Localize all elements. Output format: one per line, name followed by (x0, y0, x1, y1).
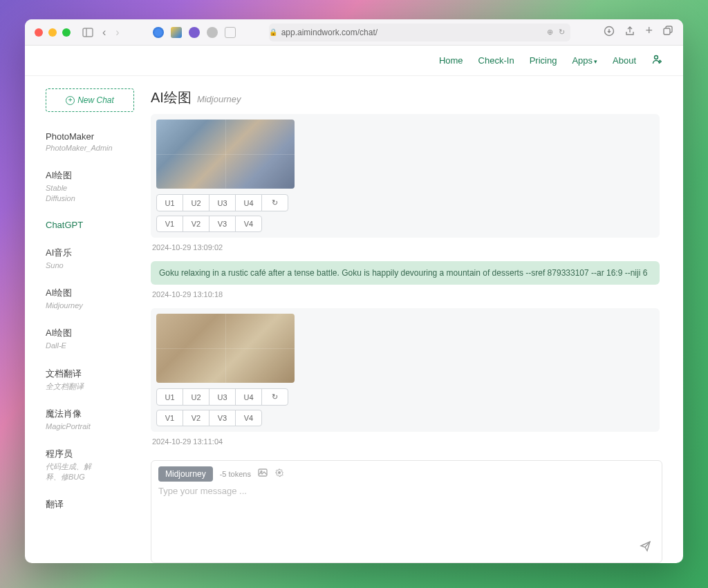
message-timestamp: 2024-10-29 13:11:04 (152, 437, 660, 446)
window-controls (35, 28, 71, 37)
page-title: AI绘图 (151, 88, 192, 107)
plus-icon: + (66, 96, 75, 105)
extension-icon[interactable] (189, 27, 200, 38)
nav-buttons: ‹ › (102, 26, 120, 39)
extension-icons (153, 27, 236, 38)
sidebar-item[interactable]: 翻译 (46, 491, 134, 520)
sidebar-item[interactable]: AI绘图Dall-E (46, 320, 134, 360)
sidebar-item[interactable]: ChatGPT (46, 213, 134, 240)
upscale-button[interactable]: U3 (209, 194, 236, 211)
close-window-button[interactable] (35, 28, 43, 37)
upscale-button[interactable]: U2 (183, 194, 209, 211)
download-icon[interactable] (604, 26, 615, 39)
refresh-button[interactable]: ↻ (261, 388, 288, 406)
sidebar-item-subtitle: PhotoMaker_Admin (46, 143, 134, 153)
address-bar[interactable]: 🔒 app.aimindwork.com/chat/ ⊕ ↻ (269, 23, 571, 41)
upscale-button[interactable]: U3 (209, 388, 236, 406)
sidebar-item-title: ChatGPT (46, 220, 134, 230)
svg-rect-6 (259, 469, 267, 476)
image-icon[interactable] (258, 468, 268, 480)
variation-button[interactable]: V1 (156, 216, 183, 232)
reload-icon[interactable]: ↻ (559, 28, 565, 37)
sidebar-item[interactable]: AI音乐Suno (46, 240, 134, 280)
nav-apps[interactable]: Apps▾ (572, 55, 597, 66)
message-timestamp: 2024-10-29 13:09:02 (152, 243, 660, 252)
svg-point-4 (655, 55, 658, 59)
svg-point-7 (261, 471, 262, 473)
sidebar-item-subtitle: Suno (46, 260, 134, 270)
settings-icon[interactable] (274, 468, 284, 480)
share-icon[interactable] (624, 26, 635, 39)
refresh-button[interactable]: ↻ (261, 194, 288, 211)
upscale-button[interactable]: U1 (156, 194, 183, 211)
sidebar-item-title: 文档翻译 (46, 368, 134, 380)
sidebar-item-title: AI绘图 (46, 327, 134, 339)
sidebar-toggle-icon[interactable] (82, 26, 94, 39)
upscale-button[interactable]: U4 (235, 194, 262, 211)
sidebar-item-subtitle: Midjourney (46, 301, 134, 310)
browser-window: ‹ › 🔒 app.aimindwork.com/chat/ ⊕ ↻ + (25, 19, 683, 563)
chrome-right-controls: + (604, 26, 673, 39)
extension-icon[interactable] (171, 27, 182, 38)
upscale-button[interactable]: U2 (183, 388, 209, 406)
message-scroll-area[interactable]: U1U2U3U4↻V1V2V3V42024-10-29 13:09:02Goku… (151, 114, 662, 455)
extension-icon[interactable] (225, 27, 236, 38)
user-message: Goku relaxing in a rustic café after a t… (151, 261, 660, 285)
sidebar-item[interactable]: PhotoMakerPhotoMaker_Admin (46, 124, 134, 162)
upscale-button[interactable]: U1 (156, 388, 183, 406)
variation-button[interactable]: V2 (183, 216, 209, 232)
model-tag[interactable]: Midjourney (158, 466, 213, 482)
sidebar: + New Chat PhotoMakerPhotoMaker_AdminAI绘… (46, 88, 134, 563)
sidebar-item-subtitle: 代码生成、解 释、修BUG (46, 462, 134, 482)
new-chat-button[interactable]: + New Chat (46, 88, 134, 112)
variation-button[interactable]: V1 (156, 410, 183, 426)
nav-about[interactable]: About (613, 55, 636, 66)
svg-rect-0 (83, 28, 93, 37)
forward-button[interactable]: › (115, 26, 119, 39)
tabs-icon[interactable] (662, 26, 673, 39)
message-input[interactable] (158, 486, 655, 534)
sidebar-item-subtitle: 全文档翻译 (46, 381, 134, 391)
maximize-window-button[interactable] (62, 28, 71, 37)
top-nav: Home Check-In Pricing Apps▾ About (25, 46, 683, 76)
sidebar-item[interactable]: 文档翻译全文档翻译 (46, 361, 134, 401)
sidebar-item-subtitle: Dall-E (46, 341, 134, 350)
main-content: AI绘图 Midjourney U1U2U3U4↻V1V2V3V42024-10… (151, 88, 662, 563)
generated-image[interactable] (156, 120, 295, 189)
svg-point-5 (659, 60, 661, 62)
sidebar-item-subtitle: Stable Diffusion (46, 183, 134, 203)
back-button[interactable]: ‹ (102, 26, 106, 39)
sidebar-item[interactable]: 魔法肖像MagicPortrait (46, 401, 134, 441)
variation-button[interactable]: V2 (183, 410, 209, 426)
main-header: AI绘图 Midjourney (151, 88, 662, 107)
sidebar-item[interactable]: AI绘图Midjourney (46, 280, 134, 320)
variation-button[interactable]: V4 (235, 410, 262, 426)
nav-home[interactable]: Home (439, 55, 463, 66)
sidebar-item-title: 魔法肖像 (46, 408, 134, 420)
sidebar-item-title: 程序员 (46, 448, 134, 460)
extension-icon[interactable] (153, 27, 164, 38)
send-button[interactable] (637, 537, 655, 557)
upscale-button[interactable]: U4 (235, 388, 262, 406)
variation-button[interactable]: V4 (235, 216, 262, 232)
translate-icon[interactable]: ⊕ (547, 28, 553, 37)
extension-icon[interactable] (207, 27, 218, 38)
page-subtitle: Midjourney (197, 94, 241, 104)
sidebar-item-title: PhotoMaker (46, 131, 134, 142)
nav-pricing[interactable]: Pricing (530, 55, 557, 66)
token-cost: -5 tokens (220, 470, 251, 478)
user-icon[interactable] (651, 54, 662, 68)
sidebar-item-title: AI绘图 (46, 287, 134, 299)
sidebar-item-title: 翻译 (46, 498, 134, 511)
assistant-message: U1U2U3U4↻V1V2V3V4 (151, 308, 660, 432)
minimize-window-button[interactable] (48, 28, 57, 37)
sidebar-item[interactable]: 程序员代码生成、解 释、修BUG (46, 441, 134, 491)
new-tab-icon[interactable]: + (645, 26, 653, 39)
variation-button[interactable]: V3 (209, 410, 236, 426)
nav-checkin[interactable]: Check-In (478, 55, 514, 66)
variation-button[interactable]: V3 (209, 216, 236, 232)
sidebar-item-title: AI音乐 (46, 247, 134, 259)
sidebar-item[interactable]: AI绘图Stable Diffusion (46, 162, 134, 213)
generated-image[interactable] (156, 314, 295, 383)
url-text: app.aimindwork.com/chat/ (281, 28, 378, 37)
